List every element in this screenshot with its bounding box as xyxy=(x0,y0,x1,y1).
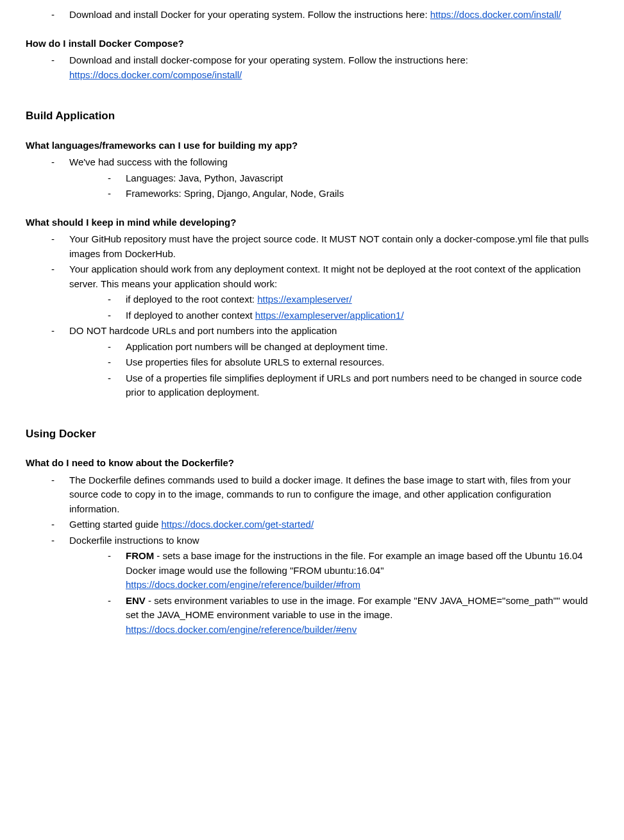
env-link[interactable]: https://docs.docker.com/engine/reference… xyxy=(126,624,357,635)
docker-install-list: Download and install Docker for your ope… xyxy=(26,8,598,22)
list-item: ENV - sets environment variables to use … xyxy=(108,594,598,637)
developing-list: Your GitHub repository must have the pro… xyxy=(26,232,598,400)
ports-text: Application port numbers will be changed… xyxy=(126,341,388,352)
languages-intro: We've had success with the following xyxy=(69,156,228,167)
languages-list: We've had success with the following Lan… xyxy=(26,155,598,201)
docker-install-text: Download and install Docker for your ope… xyxy=(69,9,430,20)
developing-context-sublist: if deployed to the root context: https:/… xyxy=(69,292,598,323)
env-label: ENV xyxy=(126,595,146,606)
compose-heading: How do I install Docker Compose? xyxy=(26,37,598,51)
languages-sublist: Languages: Java, Python, Javascript Fram… xyxy=(69,171,598,201)
list-item: if deployed to the root context: https:/… xyxy=(108,292,598,307)
compose-link[interactable]: https://docs.docker.com/compose/install/ xyxy=(69,69,242,80)
dockerfile-heading: What do I need to know about the Dockerf… xyxy=(26,456,598,471)
from-label: FROM xyxy=(126,550,154,561)
list-item: Dockerfile instructions to know FROM - s… xyxy=(51,533,598,637)
from-text: - sets a base image for the instructions… xyxy=(126,550,583,576)
developing-heading: What should I keep in mind while develop… xyxy=(26,215,598,230)
started-link[interactable]: https://docs.docker.com/get-started/ xyxy=(161,519,314,530)
other-context-link[interactable]: https://exampleserver/application1/ xyxy=(255,310,404,321)
languages-lang: Languages: Java, Python, Javascript xyxy=(126,172,283,183)
hardcode-sublist: Application port numbers will be changed… xyxy=(69,340,598,400)
other-context-pre: If deployed to another context xyxy=(126,310,255,321)
from-link[interactable]: https://docs.docker.com/engine/reference… xyxy=(126,579,360,590)
docker-install-link[interactable]: https://docs.docker.com/install/ xyxy=(430,9,561,20)
list-item: Your application should work from any de… xyxy=(51,262,598,323)
hardcode-text: DO NOT hardcode URLs and port numbers in… xyxy=(69,325,337,336)
list-item: Languages: Java, Python, Javascript xyxy=(108,171,598,186)
list-item: We've had success with the following Lan… xyxy=(51,155,598,201)
compose-list: Download and install docker-compose for … xyxy=(26,53,598,82)
root-context-pre: if deployed to the root context: xyxy=(126,294,257,305)
developing-github: Your GitHub repository must have the pro… xyxy=(69,233,589,259)
root-context-link[interactable]: https://exampleserver/ xyxy=(257,294,352,305)
instructions-sublist: FROM - sets a base image for the instruc… xyxy=(69,549,598,637)
list-item: Use properties files for absolute URLS t… xyxy=(108,355,598,370)
props-simplify-text: Use of a properties file simplifies depl… xyxy=(126,373,582,398)
dockerfile-list: The Dockerfile defines commands used to … xyxy=(26,473,598,637)
instructions-text: Dockerfile instructions to know xyxy=(69,535,199,546)
dockerfile-def: The Dockerfile defines commands used to … xyxy=(69,475,571,514)
list-item: Download and install docker-compose for … xyxy=(51,53,598,82)
build-app-heading: Build Application xyxy=(26,108,598,124)
list-item: If deployed to another context https://e… xyxy=(108,308,598,323)
list-item: Download and install Docker for your ope… xyxy=(51,8,598,22)
list-item: The Dockerfile defines commands used to … xyxy=(51,473,598,517)
list-item: Use of a properties file simplifies depl… xyxy=(108,371,598,400)
list-item: FROM - sets a base image for the instruc… xyxy=(108,549,598,592)
list-item: DO NOT hardcode URLs and port numbers in… xyxy=(51,324,598,400)
env-text: - sets environment variables to use in t… xyxy=(126,595,588,621)
list-item: Getting started guide https://docs.docke… xyxy=(51,517,598,532)
list-item: Your GitHub repository must have the pro… xyxy=(51,232,598,261)
languages-fw: Frameworks: Spring, Django, Angular, Nod… xyxy=(126,188,344,199)
compose-text: Download and install docker-compose for … xyxy=(69,55,468,65)
list-item: Application port numbers will be changed… xyxy=(108,340,598,355)
languages-heading: What languages/frameworks can I use for … xyxy=(26,139,598,153)
using-docker-heading: Using Docker xyxy=(26,426,598,442)
props-text: Use properties files for absolute URLS t… xyxy=(126,357,385,367)
list-item: Frameworks: Spring, Django, Angular, Nod… xyxy=(108,187,598,201)
started-pre: Getting started guide xyxy=(69,519,161,530)
developing-context: Your application should work from any de… xyxy=(69,264,580,289)
